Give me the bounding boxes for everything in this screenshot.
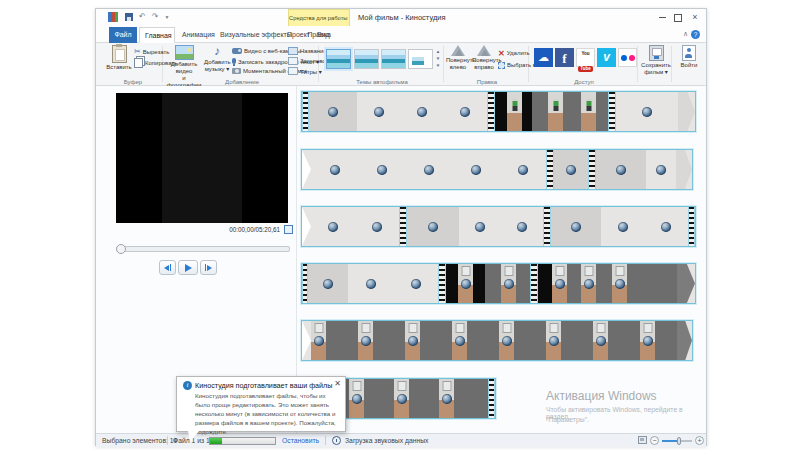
appliance-figure — [314, 323, 323, 333]
group-add: Добавить видеои фотографии ♪ Добавитьмуз… — [166, 44, 318, 85]
close-button[interactable]: × — [687, 11, 703, 24]
zoom-slider-thumb[interactable] — [677, 437, 681, 445]
storyboard-clip-row[interactable] — [301, 206, 696, 247]
film-separator — [487, 92, 495, 131]
rotate-left-button[interactable]: Повернутьвлево — [446, 45, 470, 71]
storyboard-clip-row[interactable] — [301, 149, 693, 190]
fit-to-window-icon[interactable] — [638, 436, 647, 444]
clip-thumbnail — [552, 264, 567, 303]
flickr-icon[interactable] — [618, 48, 637, 67]
app-icon — [108, 12, 118, 22]
zoom-in-button[interactable]: + — [695, 436, 704, 445]
clip-thumbnail — [507, 92, 522, 131]
clip-segment — [646, 150, 676, 189]
pending-clock-icon — [642, 107, 652, 117]
save-icon[interactable] — [125, 13, 133, 21]
themes-more-icon[interactable]: ▼ — [434, 63, 442, 68]
camera-icon — [232, 68, 241, 74]
appliance-figure — [555, 266, 564, 276]
onedrive-icon[interactable]: ☁ — [534, 48, 553, 67]
loading-clock-icon — [332, 436, 341, 445]
zoom-slider[interactable] — [662, 440, 692, 442]
facebook-icon[interactable]: f — [555, 48, 574, 67]
clip-thumbnail — [612, 264, 627, 303]
pending-clock-icon — [518, 165, 528, 175]
undo-icon[interactable]: ↶ — [139, 12, 146, 22]
save-movie-button[interactable]: Сохранитьфильм ▾ — [641, 45, 671, 76]
maximize-button[interactable] — [670, 11, 686, 24]
title-button[interactable]: Название — [288, 46, 327, 56]
cut-button[interactable]: ✂Вырезать — [134, 47, 169, 57]
clip-thumbnail — [349, 379, 364, 418]
pending-clock-icon — [596, 336, 606, 346]
rotate-right-button[interactable]: Повернутьвправо — [472, 45, 496, 71]
tab-home[interactable]: Главная — [139, 27, 175, 43]
credits-slide-icon — [288, 67, 298, 75]
black-frame — [473, 264, 485, 303]
pending-clock-icon — [661, 222, 671, 232]
appliance-figure — [596, 323, 605, 333]
pending-clock-icon — [618, 222, 628, 232]
pending-clock-icon — [374, 107, 384, 117]
theme-thumbnail-cinematic[interactable] — [381, 49, 406, 69]
appliance-figure — [615, 266, 624, 276]
window-title: Мой фильм - Киностудия — [358, 13, 446, 22]
tab-edit-contextual[interactable]: Правка — [292, 27, 346, 43]
delete-button[interactable]: ✕Удалить — [498, 48, 530, 58]
themes-scroll-up-icon[interactable]: ▲ — [434, 49, 442, 54]
clip-end-arrow — [677, 264, 695, 303]
popup-close-icon[interactable]: ✕ — [334, 379, 341, 388]
minimize-button[interactable] — [654, 11, 670, 24]
tab-animation[interactable]: Анимация — [177, 27, 220, 43]
gray-frame — [655, 321, 677, 360]
credits-button[interactable]: Титры ▾ — [288, 66, 322, 76]
pending-clock-icon — [555, 279, 565, 289]
gray-frame — [514, 321, 546, 360]
clip-thumbnail — [394, 379, 409, 418]
collapse-ribbon-icon[interactable]: ∧ — [683, 30, 688, 38]
theme-thumbnail-contemporary[interactable] — [354, 49, 379, 69]
clip-start-notch — [302, 321, 311, 360]
storyboard-clip-row[interactable] — [301, 320, 693, 361]
clip-start-triangle — [302, 150, 311, 189]
person-figure — [553, 99, 558, 111]
appliance-figure — [442, 381, 451, 391]
clip-start-notch — [302, 207, 311, 246]
ribbon-tab-bar: Файл Главная Анимация Визуальные эффекты… — [96, 27, 706, 43]
film-separator — [302, 92, 309, 131]
pending-clock-icon — [372, 222, 382, 232]
pending-clock-icon — [361, 336, 371, 346]
zoom-out-button[interactable]: − — [650, 436, 659, 445]
sign-in-button[interactable]: Войти — [675, 45, 703, 69]
clip-thumbnail — [640, 321, 655, 360]
appliance-figure — [397, 381, 406, 391]
clip-segment — [309, 92, 357, 131]
redo-icon[interactable]: ↷ — [152, 12, 159, 22]
help-icon[interactable]: ? — [691, 30, 700, 39]
group-label-add: Добавление — [166, 79, 318, 85]
clip-segment — [348, 264, 438, 303]
paste-button[interactable]: Вставить — [106, 45, 132, 71]
gray-frame — [596, 92, 608, 131]
add-music-button[interactable]: ♪ Добавитьмузыку ▾ — [204, 45, 230, 73]
storyboard-clip-row[interactable] — [301, 91, 696, 132]
youtube-icon[interactable]: You Tube — [576, 48, 595, 67]
clip-thumbnail — [581, 92, 596, 131]
black-frame — [495, 92, 507, 131]
theme-thumbnail-fade[interactable] — [408, 49, 433, 69]
pending-clock-icon — [566, 165, 576, 175]
rotate-right-icon — [477, 45, 491, 56]
clip-thumbnail — [358, 321, 373, 360]
black-frame — [522, 92, 532, 131]
film-separator — [438, 264, 446, 303]
stop-link[interactable]: Остановить — [282, 437, 319, 444]
theme-thumbnail-default[interactable] — [326, 49, 351, 69]
qat-dropdown-icon[interactable]: ▼ — [164, 12, 169, 22]
clip-start-notch — [302, 150, 311, 189]
themes-scroll-down-icon[interactable]: ▼ — [434, 56, 442, 61]
storyboard-clip-row[interactable] — [301, 263, 696, 304]
vimeo-icon[interactable]: v — [597, 48, 616, 67]
clip-thumbnail — [593, 321, 608, 360]
tab-file[interactable]: Файл — [109, 27, 137, 43]
gray-frame — [364, 379, 394, 418]
